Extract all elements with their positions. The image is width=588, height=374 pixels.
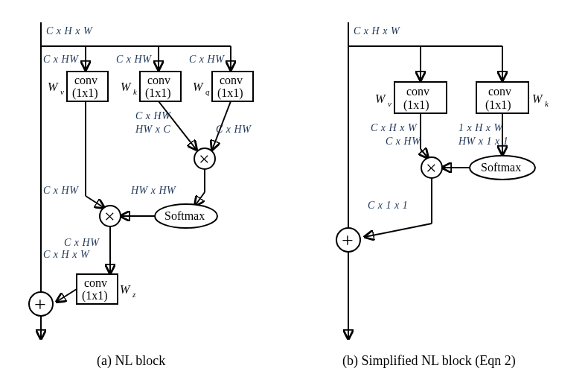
diagram-b: C x H x W conv (1x1) W v conv (1x1) W k … <box>336 22 549 369</box>
b-softmax: Softmax <box>470 156 535 180</box>
svg-text:v: v <box>60 87 64 96</box>
svg-text:conv: conv <box>74 74 98 86</box>
b-input-shape-label: C x H x W <box>354 25 400 37</box>
a-conv-q: conv (1x1) W q <box>193 72 253 101</box>
a-kq-cxhw-label: C x HW <box>135 110 171 121</box>
b-conv-k: conv (1x1) W k <box>476 82 549 113</box>
svg-text:conv: conv <box>406 85 429 98</box>
svg-text:k: k <box>133 87 138 96</box>
b-add: + <box>336 228 360 252</box>
plus-icon: + <box>34 293 46 316</box>
a-input-shape-label: C x H x W <box>46 25 93 37</box>
svg-text:conv: conv <box>147 74 170 86</box>
svg-text:(1x1): (1x1) <box>72 86 98 100</box>
svg-text:(1x1): (1x1) <box>485 98 511 112</box>
a-softmax: Softmax <box>155 204 217 228</box>
a-attn-label: HW x HW <box>130 185 176 196</box>
a-matmul-vatt: × <box>100 206 121 227</box>
diagram-a: C x H x W C x HW C x HW C x HW conv (1x1… <box>29 22 253 369</box>
svg-text:(1x1): (1x1) <box>82 289 108 302</box>
multiply-icon: × <box>199 148 210 170</box>
multiply-icon: × <box>104 206 115 227</box>
svg-text:Softmax: Softmax <box>164 209 205 222</box>
a-conv-v: conv (1x1) W v <box>48 72 108 101</box>
svg-text:Softmax: Softmax <box>481 161 521 174</box>
a-add: + <box>29 292 53 316</box>
a-reshape-q-label: C x HW <box>189 54 225 65</box>
b-mul-out-label: C x 1 x 1 <box>368 200 408 211</box>
svg-text:(1x1): (1x1) <box>145 86 171 100</box>
a-reshape-k-label: C x HW <box>116 54 152 65</box>
svg-text:W: W <box>532 92 543 105</box>
a-q-cxhw-label: C x HW <box>216 124 252 135</box>
a-conv-z: conv (1x1) W z <box>77 274 136 304</box>
b-k-reshape-label: HW x 1 x 1 <box>458 136 508 147</box>
svg-text:conv: conv <box>84 276 107 289</box>
svg-text:W: W <box>193 80 204 93</box>
a-post-chw-label: C x H x W <box>43 249 90 260</box>
a-reshape-v-label: C x HW <box>43 54 79 65</box>
svg-text:conv: conv <box>220 74 243 86</box>
b-k-out-shape-label: 1 x H x W <box>458 122 504 133</box>
svg-text:W: W <box>121 80 132 93</box>
b-conv-v: conv (1x1) W v <box>375 82 447 113</box>
svg-text:(1x1): (1x1) <box>403 98 429 112</box>
svg-text:W: W <box>120 283 131 296</box>
b-v-reshape-label: C x HW <box>386 136 421 147</box>
caption-a: (a) NL block <box>97 353 165 369</box>
a-conv-k: conv (1x1) W k <box>121 72 181 101</box>
svg-line-38 <box>57 289 77 302</box>
a-post-cxhw-label: C x HW <box>64 237 100 248</box>
svg-line-24 <box>195 192 205 206</box>
svg-text:z: z <box>132 290 136 299</box>
svg-line-29 <box>86 196 104 208</box>
a-matmul-kq: × <box>194 148 215 170</box>
svg-text:conv: conv <box>488 85 511 98</box>
caption-b: (b) Simplified NL block (Eqn 2) <box>342 353 516 369</box>
b-matmul: × <box>421 157 442 179</box>
b-v-out-shape-label: C x H x W <box>371 122 418 133</box>
svg-text:q: q <box>205 87 210 96</box>
svg-text:k: k <box>545 99 549 108</box>
svg-text:W: W <box>48 80 59 93</box>
svg-text:W: W <box>375 92 386 105</box>
a-v-label: C x HW <box>43 185 79 196</box>
nl-block-diagram: C x H x W C x HW C x HW C x HW conv (1x1… <box>0 0 588 374</box>
svg-text:v: v <box>388 99 392 108</box>
svg-text:(1x1): (1x1) <box>217 86 243 100</box>
svg-line-62 <box>365 224 432 237</box>
plus-icon: + <box>342 229 354 252</box>
a-kq-hwxc-label: HW x C <box>135 124 170 135</box>
multiply-icon: × <box>426 157 437 179</box>
